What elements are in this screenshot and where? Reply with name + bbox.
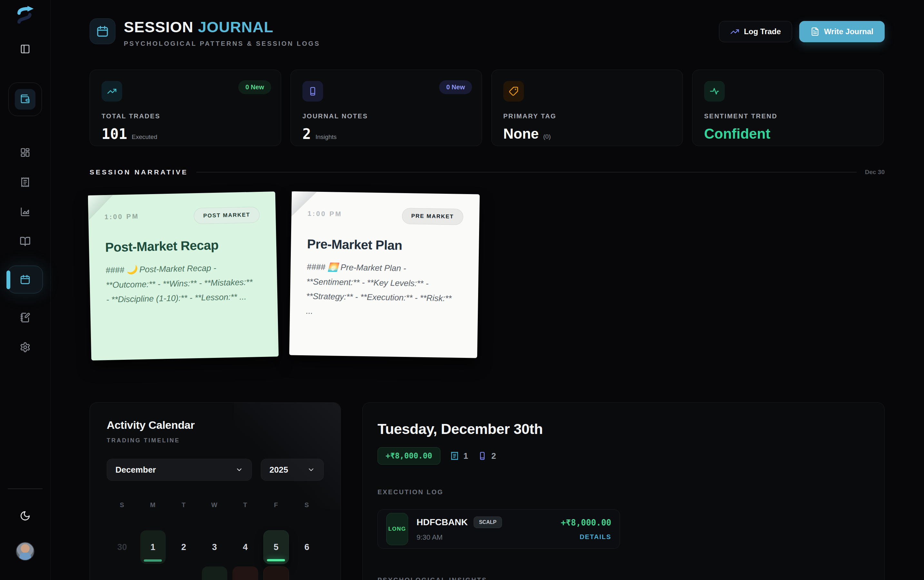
weekday-label: W — [199, 496, 230, 514]
nav-playbook-book-icon[interactable] — [18, 236, 32, 247]
receipt-icon — [450, 451, 459, 460]
note-body: #### 🌅 Pre-Market Plan - **Sentiment:** … — [306, 260, 458, 320]
day-detail-panel: Tuesday, December 30th +₹8,000.00 1 2 EX… — [362, 402, 884, 580]
nav-settings-gear-icon[interactable] — [18, 342, 32, 353]
status-badge: 0 New — [439, 80, 472, 94]
trades-count: 1 — [464, 451, 468, 461]
calendar-subtitle: TRADING TIMELINE — [107, 437, 324, 444]
sidebar-nav — [7, 147, 43, 353]
calendar-day[interactable]: 12 — [264, 567, 289, 580]
wallet-icon — [15, 89, 35, 110]
weekday-label: S — [292, 496, 323, 514]
stat-card-journal-notes: 0 New JOURNAL NOTES 2 Insights — [290, 70, 482, 146]
stat-suffix: (0) — [543, 133, 551, 140]
calendar-day[interactable]: 1 — [140, 531, 166, 564]
day-title: Tuesday, December 30th — [377, 421, 870, 438]
narrative-date: Dec 30 — [865, 169, 884, 176]
stat-label: TOTAL TRADES — [102, 112, 269, 120]
stats-row: 0 New TOTAL TRADES 101 Executed 0 New JO… — [90, 70, 884, 146]
month-select[interactable]: December — [107, 459, 252, 481]
note-body: #### 🌙 Post-Market Recap - **Outcome:** … — [105, 260, 258, 307]
trending-up-icon — [102, 81, 122, 102]
nav-journal-notebook-pen-icon[interactable] — [18, 312, 32, 323]
calendar-day[interactable]: 9 — [171, 567, 197, 580]
trade-time: 9:30 AM — [417, 533, 502, 542]
active-indicator — [7, 270, 10, 289]
activity-pulse-icon — [704, 81, 725, 102]
file-text-icon — [810, 27, 820, 36]
calendar-weekday-row: SMTWTFS — [107, 496, 324, 514]
notes-count-group: 2 — [478, 451, 496, 461]
app-logo-s-arrow-icon[interactable] — [14, 5, 36, 28]
page-subtitle: PSYCHOLOGICAL PATTERNS & SESSION LOGS — [124, 40, 320, 48]
sidebar-collapse-icon[interactable] — [20, 44, 30, 54]
journal-note-pre-market[interactable]: 1:00 PM PRE MARKET Pre-Market Plan #### … — [289, 191, 480, 358]
calendar-day[interactable]: 10 — [202, 567, 227, 580]
header-calendar-icon — [90, 18, 115, 44]
calendar-day[interactable]: 8 — [140, 567, 166, 580]
journal-note-post-market[interactable]: 1:00 PM POST MARKET Post-Market Recap ##… — [88, 191, 279, 361]
notebook-icon — [302, 81, 323, 102]
trade-card[interactable]: LONG HDFCBANK SCALP 9:30 AM +₹8,000.00 D… — [377, 509, 620, 549]
stat-card-total-trades: 0 New TOTAL TRADES 101 Executed — [90, 70, 281, 146]
note-tag-badge: POST MARKET — [194, 207, 260, 224]
calendar-day[interactable]: 11 — [232, 567, 258, 580]
calendar-grid: 3012345678910111213 — [107, 529, 324, 580]
calendar-day[interactable]: 2 — [171, 531, 197, 564]
calendar-title: Activity Calendar — [107, 419, 324, 432]
section-title: SESSION NARRATIVE — [90, 168, 188, 176]
nav-analytics-chart-icon[interactable] — [18, 206, 32, 217]
tag-icon — [503, 81, 524, 102]
weekday-label: S — [107, 496, 138, 514]
weekday-label: F — [261, 496, 292, 514]
pnl-badge: +₹8,000.00 — [377, 447, 440, 465]
user-avatar[interactable] — [16, 542, 35, 561]
trade-details-link[interactable]: DETAILS — [580, 533, 611, 540]
write-journal-button[interactable]: Write Journal — [799, 21, 884, 42]
note-tag-badge: PRE MARKET — [402, 208, 463, 225]
page-title-block: SESSION JOURNAL PSYCHOLOGICAL PATTERNS &… — [124, 18, 320, 48]
page-header: SESSION JOURNAL PSYCHOLOGICAL PATTERNS &… — [90, 18, 884, 48]
header-actions: Log Trade Write Journal — [719, 21, 884, 42]
calendar-day[interactable]: 3 — [202, 531, 227, 564]
weekday-label: T — [168, 496, 199, 514]
stat-value: Confident — [704, 126, 770, 142]
status-badge: 0 New — [238, 80, 271, 94]
month-value: December — [115, 465, 156, 475]
day-summary-badges: +₹8,000.00 1 2 — [377, 447, 870, 465]
stat-card-sentiment-trend: SENTIMENT TREND Confident — [692, 70, 884, 146]
stat-value: 101 — [102, 126, 127, 142]
sidebar-divider — [8, 488, 43, 489]
page-title: SESSION JOURNAL — [124, 19, 320, 35]
trade-symbol: HDFCBANK — [417, 517, 468, 527]
theme-toggle-moon-icon[interactable] — [20, 510, 31, 521]
notes-count: 2 — [491, 451, 496, 461]
wallet-workspace-button[interactable] — [8, 82, 42, 116]
calendar-day[interactable]: 6 — [294, 531, 320, 564]
note-time: 1:00 PM — [308, 209, 343, 218]
calendar-day[interactable]: 13 — [294, 567, 320, 580]
calendar-day[interactable]: 4 — [232, 531, 258, 564]
trade-side-badge: LONG — [386, 513, 408, 545]
notebook-icon — [478, 451, 487, 460]
activity-calendar-panel: Activity Calendar TRADING TIMELINE Decem… — [90, 402, 341, 580]
chevron-down-icon — [236, 466, 243, 474]
log-trade-button[interactable]: Log Trade — [719, 21, 792, 42]
stat-value: 2 — [302, 126, 311, 142]
stat-value: None — [503, 126, 539, 142]
divider-line — [196, 172, 856, 173]
calendar-day[interactable]: 30 — [109, 531, 135, 564]
nav-session-calendar-active[interactable] — [7, 266, 43, 293]
stat-label: PRIMARY TAG — [503, 112, 671, 120]
nav-trade-log-receipt-icon[interactable] — [18, 177, 32, 188]
weekday-label: T — [230, 496, 261, 514]
nav-dashboard-icon[interactable] — [18, 147, 32, 158]
stat-card-primary-tag: PRIMARY TAG None (0) — [491, 70, 683, 146]
stat-suffix: Insights — [316, 133, 337, 140]
trade-pnl: +₹8,000.00 — [561, 518, 611, 527]
year-select[interactable]: 2025 — [261, 459, 324, 481]
stat-label: JOURNAL NOTES — [302, 112, 470, 120]
calendar-day[interactable]: 5 — [264, 531, 289, 564]
calendar-day[interactable]: 7 — [109, 567, 135, 580]
calendar-icon — [20, 274, 31, 285]
